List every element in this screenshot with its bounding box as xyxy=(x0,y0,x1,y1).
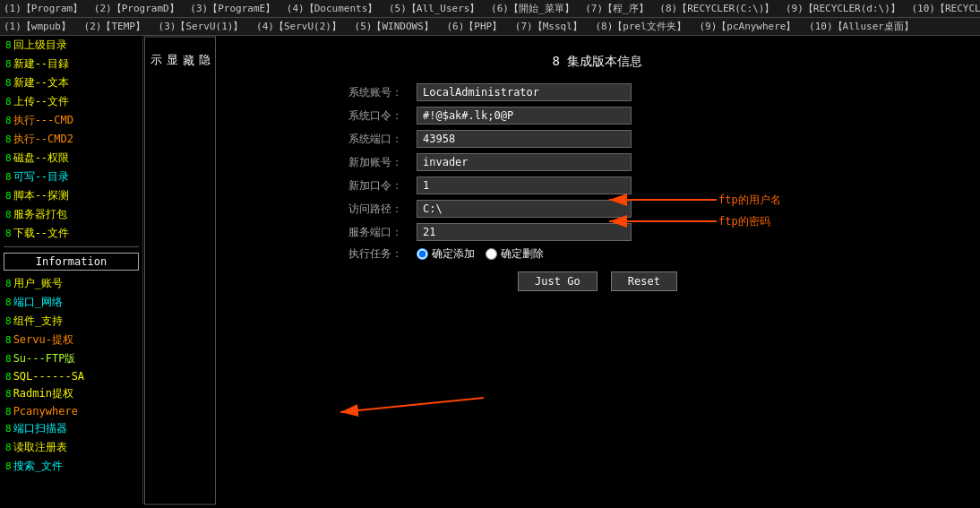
input-sys-account[interactable] xyxy=(417,83,632,101)
sidebar-item-label: 上传--文件 xyxy=(13,94,69,109)
item-num: 8 xyxy=(5,406,12,418)
nav2-item-7[interactable]: (7)【Mssql】 xyxy=(515,21,582,32)
reset-button[interactable]: Reset xyxy=(611,271,677,291)
nav1-item-8[interactable]: (8)【RECYCLER(C:\)】 xyxy=(659,3,774,14)
sidebar-item-pcanywhere[interactable]: 8 Pcanywhere xyxy=(0,403,142,419)
right-panel: 8 集成版本信息 系统账号： 系统口令： 系统端口： xyxy=(215,36,980,504)
radio-add-text: 确定添加 xyxy=(432,246,475,262)
cell-new-account xyxy=(409,151,857,174)
sidebar-item-su-ftp[interactable]: 8 Su---FTP版 xyxy=(0,349,142,368)
nav2-item-6[interactable]: (6)【PHP】 xyxy=(446,21,502,32)
cell-access-path xyxy=(409,197,857,220)
sidebar-item-label: 组件_支持 xyxy=(13,314,63,329)
radio-delete[interactable] xyxy=(486,248,497,260)
sidebar-item-label: Su---FTP版 xyxy=(13,351,76,366)
hide-show-tab[interactable]: 隐藏显示 xyxy=(144,36,216,504)
cell-sys-password xyxy=(409,104,857,127)
sidebar-item-cmd[interactable]: 8 执行---CMD xyxy=(0,111,142,130)
item-num: 8 xyxy=(5,58,12,70)
nav1-item-6[interactable]: (6)【開始_菜單】 xyxy=(491,3,574,14)
nav2-item-3[interactable]: (3)【ServU(1)】 xyxy=(159,21,244,32)
button-row: Just Go Reset xyxy=(338,271,857,291)
item-num: 8 xyxy=(5,423,12,435)
input-new-password[interactable] xyxy=(417,177,632,194)
cell-task: 确定添加 确定删除 xyxy=(409,244,857,264)
item-num: 8 xyxy=(5,209,12,220)
sidebar-item-label: 新建--目録 xyxy=(13,56,69,72)
sidebar-item-search-file[interactable]: 8 搜索_文件 xyxy=(0,457,142,476)
sidebar-item-sql-sa[interactable]: 8 SQL------SA xyxy=(0,368,142,384)
input-service-port[interactable] xyxy=(417,223,632,241)
sidebar-item-disk[interactable]: 8 磁盘--权限 xyxy=(0,149,142,168)
sidebar-item-label: Radmin提权 xyxy=(13,386,73,401)
information-box: Information xyxy=(4,253,139,271)
sidebar-item-label: 读取注册表 xyxy=(13,440,67,455)
divider xyxy=(4,246,139,247)
nav2-item-8[interactable]: (8)【prel文件夹】 xyxy=(595,21,685,32)
sidebar-item-upload[interactable]: 8 上传--文件 xyxy=(0,92,142,111)
form-table: 系统账号： 系统口令： 系统端口： xyxy=(338,81,857,264)
nav1-item-2[interactable]: (2)【ProgramD】 xyxy=(94,3,179,14)
item-num: 8 xyxy=(5,77,12,89)
nav1-item-4[interactable]: (4)【Documents】 xyxy=(287,3,377,14)
label-sys-port: 系统端口： xyxy=(338,127,409,151)
sidebar-item-registry[interactable]: 8 读取注册表 xyxy=(0,438,142,457)
sidebar-item-writable[interactable]: 8 可写--目录 xyxy=(0,168,142,186)
label-service-port: 服务端口： xyxy=(338,220,409,244)
nav1-item-1[interactable]: (1)【Program】 xyxy=(4,3,82,14)
sidebar-item-label: 端口扫描器 xyxy=(13,421,67,436)
sidebar-item-cmd2[interactable]: 8 执行--CMD2 xyxy=(0,130,142,149)
label-new-account: 新加账号： xyxy=(338,151,409,174)
sidebar-item-pack[interactable]: 8 服务器打包 xyxy=(0,205,142,224)
sidebar-item-label: Servu-提权 xyxy=(13,332,73,348)
sidebar-item-label: 执行--CMD2 xyxy=(13,132,73,147)
sidebar-item-radmin[interactable]: 8 Radmin提权 xyxy=(0,384,142,403)
cell-new-password xyxy=(409,174,857,197)
table-row-task: 执行任务： 确定添加 确定删除 xyxy=(338,244,857,264)
label-sys-password: 系统口令： xyxy=(338,104,409,127)
form-title: 8 集成版本信息 xyxy=(338,54,857,70)
sidebar-item-port-network[interactable]: 8 端口_网络 xyxy=(0,293,142,312)
sidebar-item-servu[interactable]: 8 Servu-提权 xyxy=(0,331,142,349)
nav2-item-9[interactable]: (9)【pcAnywhere】 xyxy=(699,21,795,32)
radio-add[interactable] xyxy=(417,248,428,260)
item-num: 8 xyxy=(5,115,12,126)
sidebar-item-label: SQL------SA xyxy=(13,370,84,383)
nav2-item-10[interactable]: (10)【Alluser桌面】 xyxy=(809,21,914,32)
hide-show-label: 隐藏显示 xyxy=(150,44,211,49)
input-access-path[interactable] xyxy=(417,200,632,218)
sidebar-item-user-account[interactable]: 8 用户_账号 xyxy=(0,274,142,293)
main-container: 8 回上级目录 8 新建--目録 8 新建--文本 8 上传--文件 8 执行-… xyxy=(0,36,980,504)
nav1-item-10[interactable]: (10)【RECYCLER(e:\)】 xyxy=(911,3,980,14)
table-row-access-path: 访问路径： xyxy=(338,197,857,220)
nav2-item-5[interactable]: (5)【WINDOWS】 xyxy=(355,21,434,32)
sidebar-item-download[interactable]: 8 下载--文件 xyxy=(0,224,142,243)
nav1-item-7[interactable]: (7)【程_序】 xyxy=(585,3,649,14)
sidebar-item-label: 用户_账号 xyxy=(13,276,63,291)
input-sys-password[interactable] xyxy=(417,107,632,125)
nav2-item-1[interactable]: (1)【wmpub】 xyxy=(4,21,71,32)
sidebar-item-port-scanner[interactable]: 8 端口扫描器 xyxy=(0,419,142,438)
nav2-item-2[interactable]: (2)【TEMP】 xyxy=(84,21,145,32)
nav1-item-9[interactable]: (9)【RECYCLER(d:\)】 xyxy=(786,3,900,14)
label-task: 执行任务： xyxy=(338,244,409,264)
radio-add-label[interactable]: 确定添加 xyxy=(417,246,475,262)
item-num: 8 xyxy=(5,96,12,108)
nav1-item-5[interactable]: (5)【All_Users】 xyxy=(389,3,479,14)
item-num: 8 xyxy=(5,171,12,183)
sidebar-item-new-dir[interactable]: 8 新建--目録 xyxy=(0,55,142,73)
radio-delete-label[interactable]: 确定删除 xyxy=(486,246,544,262)
item-num: 8 xyxy=(5,371,12,383)
cell-sys-port xyxy=(409,127,857,151)
item-num: 8 xyxy=(5,190,12,202)
sidebar-item-up[interactable]: 8 回上级目录 xyxy=(0,36,142,55)
sidebar-item-components[interactable]: 8 组件_支持 xyxy=(0,312,142,331)
sidebar-item-label: 服务器打包 xyxy=(13,207,67,222)
input-sys-port[interactable] xyxy=(417,130,632,148)
sidebar-item-new-text[interactable]: 8 新建--文本 xyxy=(0,73,142,92)
input-new-account[interactable] xyxy=(417,153,632,171)
nav1-item-3[interactable]: (3)【ProgramE】 xyxy=(190,3,275,14)
nav2-item-4[interactable]: (4)【ServU(2)】 xyxy=(256,21,341,32)
sidebar-item-script[interactable]: 8 脚本--探测 xyxy=(0,186,142,205)
just-go-button[interactable]: Just Go xyxy=(518,271,597,291)
